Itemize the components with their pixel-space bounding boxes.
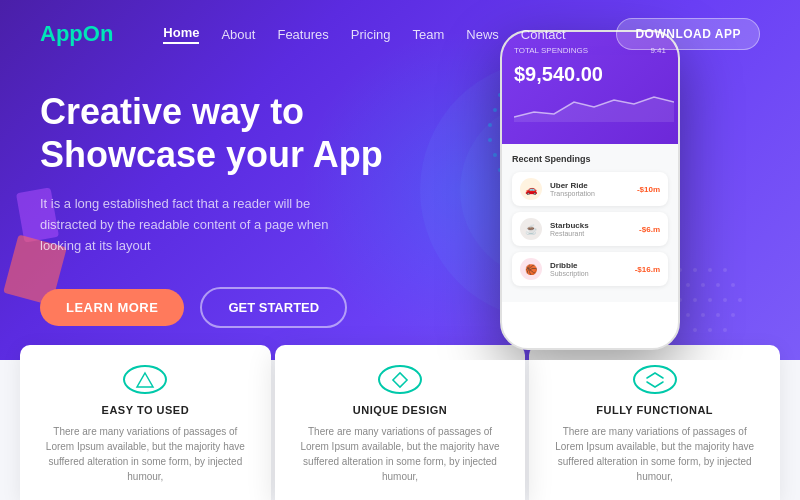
svg-marker-93	[137, 373, 153, 387]
phone-item-dribble: 🏀 Dribble Subscription -$16.m	[512, 252, 668, 286]
features-section: EASY TO USED There are many variations o…	[0, 360, 800, 500]
svg-point-73	[723, 268, 727, 272]
svg-point-78	[731, 283, 735, 287]
feature-card-easy: EASY TO USED There are many variations o…	[20, 345, 271, 500]
nav-links: Home About Features Pricing Team News Co…	[163, 25, 616, 44]
svg-point-89	[708, 328, 712, 332]
nav-link-contact[interactable]: Contact	[521, 27, 566, 42]
svg-rect-94	[393, 372, 407, 386]
hero-buttons: LEARN MORE GET STARTED	[40, 287, 420, 328]
phone-screen: TOTAL SPENDINGS 9:41 $9,540.00 Recent Sp…	[500, 30, 680, 350]
nav-link-pricing[interactable]: Pricing	[351, 27, 391, 42]
hero-subtitle: It is a long established fact that a rea…	[40, 194, 360, 256]
phone-item-uber-text: Uber Ride Transportation	[550, 181, 637, 197]
feature-functional-icon-wrap	[633, 365, 677, 394]
nav-link-features[interactable]: Features	[277, 27, 328, 42]
hero-title: Creative way to Showcase your App	[40, 90, 420, 176]
svg-point-86	[716, 313, 720, 317]
svg-point-83	[738, 298, 742, 302]
feature-unique-desc: There are many variations of passages of…	[295, 424, 506, 484]
svg-point-76	[701, 283, 705, 287]
phone-recent-title: Recent Spendings	[512, 154, 668, 164]
svg-point-87	[731, 313, 735, 317]
phone-item-uber-amount: -$10m	[637, 185, 660, 194]
feature-functional-title: FULLY FUNCTIONAL	[596, 404, 713, 416]
hero-section: // We'll just place a grid of dots inlin…	[0, 0, 800, 360]
nav-link-about[interactable]: About	[221, 27, 255, 42]
feature-unique-title: UNIQUE DESIGN	[353, 404, 448, 416]
phone-item-dribble-amount: -$16.m	[635, 265, 660, 274]
phone-mockup: TOTAL SPENDINGS 9:41 $9,540.00 Recent Sp…	[500, 30, 700, 360]
phone-chart	[514, 92, 674, 122]
phone-body: Recent Spendings 🚗 Uber Ride Transportat…	[502, 144, 678, 302]
brand-name-part1: App	[40, 21, 83, 46]
phone-item-uber: 🚗 Uber Ride Transportation -$10m	[512, 172, 668, 206]
diamond-icon	[389, 369, 411, 391]
get-started-button[interactable]: GET STARTED	[200, 287, 347, 328]
feature-easy-desc: There are many variations of passages of…	[40, 424, 251, 484]
phone-item-starbucks-amount: -$6.m	[639, 225, 660, 234]
svg-point-77	[716, 283, 720, 287]
phone-item-starbucks-text: Starbucks Restaurant	[550, 221, 639, 237]
phone-item-dribble-text: Dribble Subscription	[550, 261, 635, 277]
feature-functional-desc: There are many variations of passages of…	[549, 424, 760, 484]
phone-item-starbucks: ☕ Starbucks Restaurant -$6.m	[512, 212, 668, 246]
svg-point-90	[723, 328, 727, 332]
svg-point-85	[701, 313, 705, 317]
triangle-icon	[134, 369, 156, 391]
nav-link-news[interactable]: News	[466, 27, 499, 42]
navbar: AppOn Home About Features Pricing Team N…	[0, 0, 800, 68]
feature-easy-icon-wrap	[123, 365, 167, 394]
phone-item-dribble-icon: 🏀	[520, 258, 542, 280]
brand-name-part2: On	[83, 21, 114, 46]
phone-item-starbucks-icon: ☕	[520, 218, 542, 240]
arrows-icon	[644, 369, 666, 391]
phone-item-uber-icon: 🚗	[520, 178, 542, 200]
svg-point-82	[723, 298, 727, 302]
brand-logo[interactable]: AppOn	[40, 21, 113, 47]
feature-unique-icon-wrap	[378, 365, 422, 394]
learn-more-button[interactable]: LEARN MORE	[40, 289, 184, 326]
feature-card-functional: FULLY FUNCTIONAL There are many variatio…	[529, 345, 780, 500]
svg-point-72	[708, 268, 712, 272]
download-app-button[interactable]: DOWNLOAD APP	[616, 18, 760, 50]
nav-link-team[interactable]: Team	[413, 27, 445, 42]
feature-easy-title: EASY TO USED	[102, 404, 190, 416]
feature-card-unique: UNIQUE DESIGN There are many variations …	[275, 345, 526, 500]
nav-link-home[interactable]: Home	[163, 25, 199, 44]
svg-point-81	[708, 298, 712, 302]
hero-content: Creative way to Showcase your App It is …	[40, 90, 420, 328]
